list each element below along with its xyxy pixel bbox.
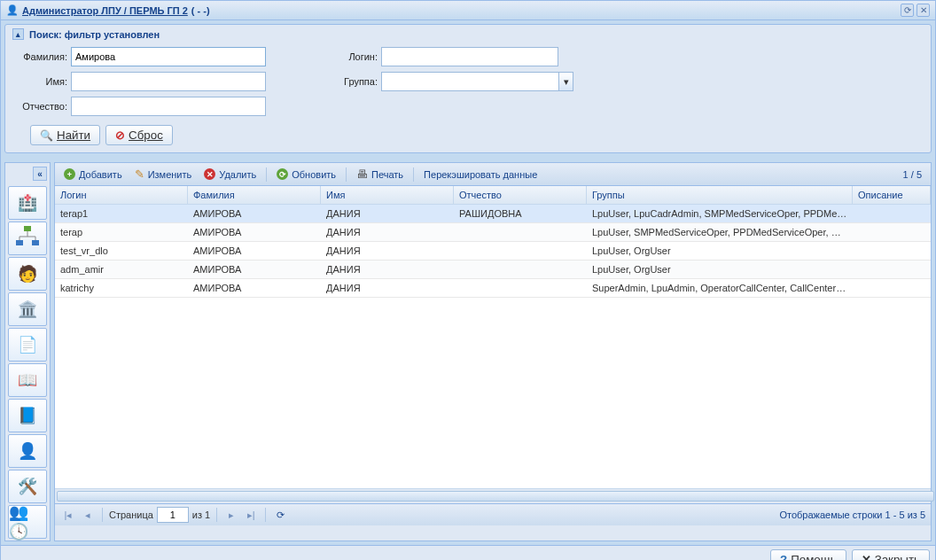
cell: LpuUser, OrgUser: [587, 261, 853, 278]
sidebar-item-notebook[interactable]: 📘: [8, 399, 47, 432]
main-grid-panel: +Добавить ✎Изменить ✕Удалить ⟳Обновить 🖶…: [54, 162, 932, 541]
col-patronymic[interactable]: Отчество: [454, 186, 587, 204]
pager-info: Отображаемые строки 1 - 5 из 5: [779, 509, 925, 520]
cell: test_vr_dlo: [55, 242, 188, 260]
col-groups[interactable]: Группы: [587, 186, 853, 204]
pager-page-input[interactable]: [157, 507, 189, 523]
group-select[interactable]: [381, 72, 558, 91]
print-button[interactable]: 🖶Печать: [351, 165, 409, 183]
hospital-icon: 🏥: [18, 193, 37, 213]
table-row[interactable]: adm_amirАМИРОВАДАНИЯLpuUser, OrgUser: [55, 261, 931, 279]
name-input[interactable]: [71, 72, 266, 91]
cell: LpuUser, LpuCadrAdmin, SMPMedServiceOper…: [587, 205, 853, 222]
table-row[interactable]: test_vr_dloАМИРОВАДАНИЯLpuUser, OrgUser: [55, 242, 931, 261]
cell: РАШИДОВНА: [454, 205, 587, 222]
cell: [853, 279, 931, 297]
sidebar-collapse-button[interactable]: «: [33, 167, 47, 181]
edit-button[interactable]: ✎Изменить: [129, 165, 198, 183]
window-title[interactable]: Администратор ЛПУ / ПЕРМЬ ГП 2: [22, 5, 188, 16]
sidebar-item-orgchart[interactable]: [8, 222, 47, 255]
document-icon: 📄: [18, 335, 37, 354]
cell: SuperAdmin, LpuAdmin, OperatorCallCenter…: [587, 279, 853, 297]
pager-refresh[interactable]: ⟳: [272, 507, 288, 523]
row-counter: 1 / 5: [903, 169, 927, 180]
reset-button[interactable]: ⊘ Сброс: [105, 125, 173, 145]
col-desc[interactable]: Описание: [853, 186, 931, 204]
group-select-trigger[interactable]: ▾: [558, 72, 573, 91]
cell: terap1: [55, 205, 188, 222]
schedule-icon: 👥🕓: [9, 502, 46, 541]
search-panel: ▴ Поиск: фильтр установлен Фамилия: Имя:…: [4, 24, 932, 153]
pager-last[interactable]: ▸|: [243, 507, 259, 523]
grid-body: terap1АМИРОВАДАНИЯРАШИДОВНАLpuUser, LpuC…: [55, 205, 931, 488]
col-name[interactable]: Имя: [321, 186, 454, 204]
refresh-window-button[interactable]: ⟳: [901, 4, 914, 17]
pencil-icon: ✎: [135, 167, 144, 181]
cell: [454, 279, 587, 297]
sidebar-item-hospital[interactable]: 🏥: [8, 186, 47, 220]
notebook-icon: 📘: [18, 406, 37, 425]
cell: [454, 223, 587, 241]
pager: |◂ ◂ Страница из 1 ▸ ▸| ⟳ Отображаемые с…: [55, 503, 931, 525]
delete-button[interactable]: ✕Удалить: [199, 166, 261, 183]
tools-icon: 🛠️: [18, 477, 37, 496]
svg-rect-1: [16, 240, 23, 245]
cell: АМИРОВА: [188, 205, 321, 222]
bank-icon: 🏛️: [18, 299, 37, 319]
group-label: Группа:: [337, 76, 378, 87]
recache-button[interactable]: Перекэшировать данные: [418, 167, 542, 183]
svg-rect-2: [32, 240, 39, 245]
h-scrollbar[interactable]: [55, 488, 931, 503]
cell: ДАНИЯ: [321, 261, 454, 278]
sidebar-item-user[interactable]: 👤: [8, 434, 47, 468]
admin-icon: 👤: [6, 4, 19, 16]
pager-prev[interactable]: ◂: [80, 507, 96, 523]
table-row[interactable]: terap1АМИРОВАДАНИЯРАШИДОВНАLpuUser, LpuC…: [55, 205, 931, 223]
find-button[interactable]: 🔍 Найти: [30, 125, 100, 145]
magnifier-icon: 🔍: [40, 129, 53, 142]
window-subtitle: ( - -): [191, 5, 210, 16]
close-button[interactable]: ✕Закрыть: [852, 549, 930, 560]
cell: АМИРОВА: [188, 242, 321, 260]
plus-icon: +: [64, 168, 75, 180]
delete-icon: ✕: [204, 168, 215, 180]
help-icon: ?: [780, 553, 787, 560]
cell: [853, 205, 931, 222]
close-window-button[interactable]: ✕: [916, 4, 930, 17]
cell: LpuUser, SMPMedServiceOper, PPDMedServic…: [587, 223, 853, 241]
cell: terap: [55, 223, 188, 241]
col-family[interactable]: Фамилия: [188, 186, 321, 204]
sidebar: « 🏥 🧑 🏛️ 📄 📖 📘 👤 🛠️ 👥🕓: [4, 162, 51, 541]
table-row[interactable]: terapАМИРОВАДАНИЯLpuUser, SMPMedServiceO…: [55, 223, 931, 242]
help-button[interactable]: ?Помощь: [770, 549, 846, 560]
cell: ДАНИЯ: [321, 205, 454, 222]
sidebar-item-tools[interactable]: 🛠️: [8, 470, 47, 503]
svg-rect-0: [24, 226, 31, 231]
sidebar-item-person[interactable]: 🧑: [8, 257, 47, 291]
login-input[interactable]: [381, 47, 558, 66]
table-row[interactable]: katrichyАМИРОВАДАНИЯSuperAdmin, LpuAdmin…: [55, 279, 931, 298]
sidebar-item-book[interactable]: 📖: [8, 363, 47, 397]
refresh-button[interactable]: ⟳Обновить: [271, 166, 341, 183]
sidebar-item-schedule[interactable]: 👥🕓: [8, 505, 47, 539]
patronymic-label: Отчество:: [12, 101, 67, 112]
pager-first[interactable]: |◂: [60, 507, 76, 523]
cell: adm_amir: [55, 261, 188, 278]
pager-next[interactable]: ▸: [223, 507, 239, 523]
orgchart-icon: [14, 224, 41, 253]
add-button[interactable]: +Добавить: [58, 166, 128, 183]
cell: [853, 242, 931, 260]
collapse-search-icon[interactable]: ▴: [12, 28, 24, 40]
refresh-icon: ⟳: [277, 168, 288, 180]
sidebar-item-document[interactable]: 📄: [8, 328, 47, 362]
cell: LpuUser, OrgUser: [587, 242, 853, 260]
grid-header: Логин Фамилия Имя Отчество Группы Описан…: [55, 186, 931, 205]
patronymic-input[interactable]: [71, 97, 266, 116]
sidebar-item-bank[interactable]: 🏛️: [8, 292, 47, 326]
cell: АМИРОВА: [188, 223, 321, 241]
book-icon: 📖: [18, 370, 37, 390]
cell: [853, 261, 931, 278]
col-login[interactable]: Логин: [55, 186, 188, 204]
family-input[interactable]: [71, 47, 266, 66]
grid-toolbar: +Добавить ✎Изменить ✕Удалить ⟳Обновить 🖶…: [55, 163, 931, 186]
